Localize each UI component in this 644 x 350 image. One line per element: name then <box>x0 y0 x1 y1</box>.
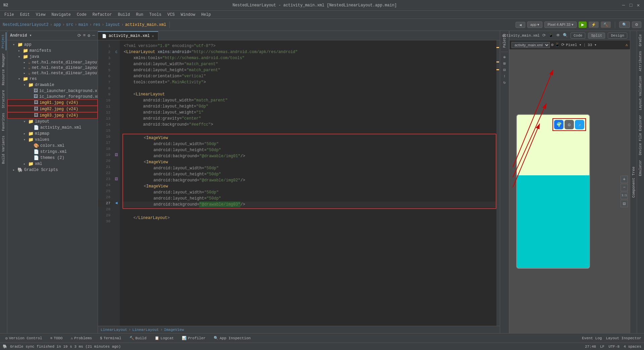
project-tab[interactable]: Project <box>1 32 6 50</box>
zoom-reset-btn[interactable]: 1:1 <box>621 192 628 199</box>
logcat-tab[interactable]: 📋 Logcat <box>152 335 177 341</box>
tree-item-java-pkg1[interactable]: ▸ ☕ net.hxl.neste_dlinear_layout <box>7 60 98 65</box>
app-inspection-tab[interactable]: 🔍 App Inspection <box>211 335 253 341</box>
favorites-tab[interactable]: Favorites <box>1 111 6 133</box>
code-editor[interactable]: 1 2 3 4 5 6 7 8 9 10 11 12 13 14 15 16 1… <box>98 40 500 326</box>
terminal-tab[interactable]: $ Terminal <box>97 336 124 341</box>
breadcrumb-part-0[interactable]: NestedLinearLayout2 <box>3 23 49 27</box>
tab-close-button[interactable]: ✕ <box>152 34 154 38</box>
event-log-btn[interactable]: Event Log <box>582 336 602 340</box>
device-file-tab[interactable]: Device File Explorer <box>638 113 643 157</box>
layout-inspector-btn[interactable]: Layout Inspector <box>606 336 641 340</box>
run-button[interactable]: ▶ <box>579 21 587 28</box>
tree-item-mipmap[interactable]: ▸ 📁 mipmap <box>7 131 98 137</box>
minimize-panel-icon[interactable]: ─ <box>92 33 95 38</box>
preview-file-select[interactable]: activity_main.xml <box>512 42 550 48</box>
editor-tab-activity-main[interactable]: 📄 activity_main.xml ✕ <box>98 31 158 40</box>
maximize-button[interactable]: □ <box>629 3 633 8</box>
search-button[interactable]: 🔍 <box>619 21 630 28</box>
breadcrumb-part-4[interactable]: res <box>93 23 101 27</box>
breadcrumb-part-3[interactable]: main <box>78 23 88 27</box>
attributes-tab[interactable]: Attributes <box>638 49 643 73</box>
palette-grid-icon[interactable]: ⊞ <box>503 61 505 66</box>
profiler-tab[interactable]: 📊 Profiler <box>179 335 208 341</box>
palette-cursor-icon[interactable]: ⊕ <box>503 55 505 60</box>
breadcrumb-imageview[interactable]: ImageView <box>164 328 184 332</box>
preview-warning-icon[interactable]: ⚠ <box>626 42 628 47</box>
tree-expand-manifests[interactable]: ▸ <box>18 49 23 53</box>
tree-item-java-pkg2[interactable]: ▸ ☕ net.hxl.neste_dlinear_layout (a <box>7 65 98 71</box>
tree-expand-java[interactable]: ▾ <box>18 55 23 59</box>
build-variants-tab[interactable]: Build Variants <box>1 134 6 166</box>
resource-manager-tab[interactable]: Resource Manager <box>1 51 6 87</box>
breadcrumb-part-2[interactable]: src <box>66 23 73 27</box>
tree-item-app[interactable]: ▾ 📁 app <box>7 42 98 48</box>
gutter-19[interactable]: 🖼 <box>113 152 120 158</box>
menu-item-vcs[interactable]: VCS <box>165 12 177 18</box>
palette-arrows-icon[interactable]: ↕ <box>503 74 505 79</box>
emulator-tab[interactable]: Emulator <box>638 158 643 178</box>
tree-item-strings[interactable]: ▸ 📄 strings.xml <box>7 149 98 155</box>
tree-item-gradle[interactable]: ▸ 🐘 Gradle Scripts <box>7 167 98 173</box>
tree-item-activity-main[interactable]: ▸ 📄 activity_main.xml <box>7 125 98 131</box>
tree-item-ic-bg[interactable]: ▸ 🖼 ic_launcher_background.x <box>7 88 98 94</box>
tree-expand-gradle[interactable]: ▸ <box>13 168 17 172</box>
design-view-btn[interactable]: Design <box>608 33 627 39</box>
breadcrumb-part-6[interactable]: activity_main.xml <box>125 23 166 27</box>
tree-expand-app[interactable]: ▾ <box>13 43 17 47</box>
tree-item-img02[interactable]: ▸ 🖼 img02.jpeg (v24) <box>7 106 98 112</box>
sync-icon[interactable]: ⟳ <box>77 33 81 38</box>
preview-eye-icon[interactable]: 👁 <box>556 33 560 38</box>
preview-phone-small-icon[interactable]: 📱 <box>555 42 560 47</box>
build-button[interactable]: 🔨 <box>601 21 611 28</box>
tree-item-layout[interactable]: ▾ 📁 layout <box>7 119 98 125</box>
zoom-plus-btn[interactable]: + <box>621 176 628 183</box>
vertical-scrollbar[interactable] <box>496 40 500 326</box>
menu-item-file[interactable]: File <box>2 12 17 18</box>
build-tab[interactable]: 🔨 Build <box>127 335 149 341</box>
preview-settings-icon[interactable]: 🔍 <box>563 33 568 38</box>
menu-item-build[interactable]: Build <box>115 12 132 18</box>
tree-item-manifests[interactable]: ▸ 📁 manifests <box>7 48 98 54</box>
layout-validation-tab[interactable]: Layout Validation <box>638 74 643 112</box>
tree-expand-res[interactable]: ▾ <box>18 77 23 81</box>
problems-tab[interactable]: ⚠ Problems <box>68 335 95 341</box>
settings-button[interactable]: ⚙ <box>632 21 641 28</box>
menu-item-navigate[interactable]: Navigate <box>49 12 73 18</box>
tree-item-drawable[interactable]: ▾ 📁 drawable <box>7 82 98 88</box>
gutter-27[interactable]: ◄ <box>113 200 120 206</box>
gutter-23[interactable]: 🖼 <box>113 176 120 182</box>
code-content[interactable]: <?xml version="1.0" encoding="utf-8"?> <… <box>120 40 496 326</box>
breadcrumb-linearlayout-1[interactable]: LinearLayout <box>101 328 127 332</box>
tree-item-values[interactable]: ▾ 📁 values <box>7 137 98 143</box>
tree-item-img03[interactable]: ▸ 🖼 img03.jpeg (v24) <box>7 112 98 119</box>
device-selector[interactable]: Pixel 4 API 33 ▾ <box>544 21 577 28</box>
tree-expand-pkg1[interactable]: ▸ <box>23 60 28 64</box>
close-button[interactable]: ✕ <box>636 3 641 8</box>
menu-item-run[interactable]: Run <box>133 12 146 18</box>
tree-expand-xml[interactable]: ▸ <box>23 162 28 166</box>
gradle-right-tab[interactable]: Gradle <box>638 32 643 48</box>
gear-panel-icon[interactable]: ⚙ <box>88 33 90 38</box>
split-view-btn[interactable]: Split <box>588 33 605 39</box>
preview-config-icon[interactable]: ⚙ <box>551 42 553 47</box>
breadcrumb-linearlayout-2[interactable]: LinearLayout <box>132 328 159 332</box>
breadcrumb-part-1[interactable]: app <box>54 23 61 27</box>
tree-expand-layout[interactable]: ▾ <box>23 120 28 124</box>
tree-item-colors[interactable]: ▸ 🎨 colors.xml <box>7 143 98 149</box>
menu-item-code[interactable]: Code <box>74 12 89 18</box>
tree-expand-pkg3[interactable]: ▸ <box>23 71 28 75</box>
todo-tab[interactable]: ≡ TODO <box>48 336 65 341</box>
structure-tab[interactable]: Structure <box>1 88 6 110</box>
gutter-2[interactable]: C <box>113 49 120 55</box>
debug-button[interactable]: ⚡ <box>589 21 599 28</box>
tree-expand-pkg2[interactable]: ▸ <box>23 66 28 70</box>
menu-item-window[interactable]: Window <box>178 12 198 18</box>
breadcrumb-part-5[interactable]: layout <box>105 23 120 27</box>
tree-item-img01[interactable]: ▸ 🖼 img01.jpeg (v24) <box>7 99 98 106</box>
tree-item-xml[interactable]: ▸ 📁 xml <box>7 161 98 167</box>
menu-item-refactor[interactable]: Refactor <box>90 12 115 18</box>
back-button[interactable]: ◄ <box>516 22 525 28</box>
tree-item-java[interactable]: ▾ 📁 java <box>7 54 98 60</box>
menu-item-view[interactable]: View <box>33 12 48 18</box>
